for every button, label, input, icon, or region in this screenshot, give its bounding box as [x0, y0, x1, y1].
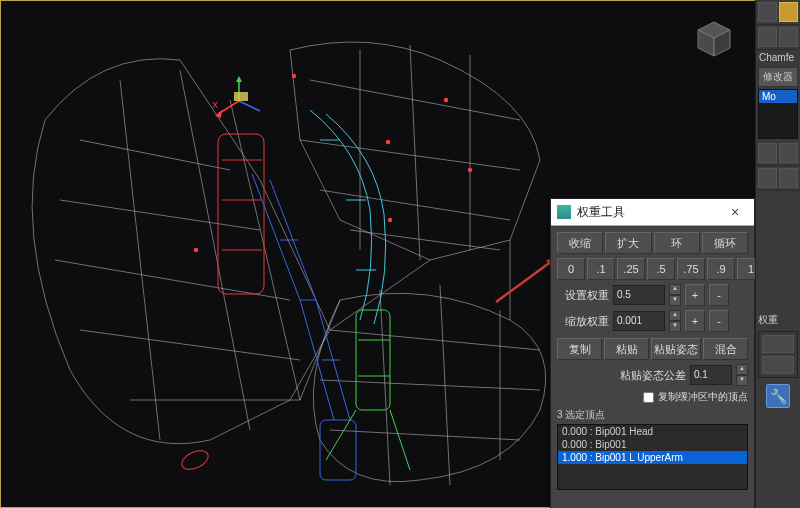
- command-panel[interactable]: Chamfe 修改器 Mo 权重 🔧: [755, 0, 800, 508]
- close-button[interactable]: ×: [722, 204, 748, 220]
- svg-rect-0: [218, 134, 264, 294]
- svg-marker-11: [215, 110, 222, 118]
- copy-buffer-label: 复制缓冲区中的顶点: [658, 390, 748, 404]
- svg-rect-16: [234, 92, 248, 101]
- paste-tol-label: 粘贴姿态公差: [620, 368, 686, 383]
- tab-modify[interactable]: [779, 2, 798, 22]
- paste-tol-field[interactable]: 0.1: [690, 365, 732, 385]
- preset-0[interactable]: 0: [557, 258, 585, 280]
- dialog-body: 收缩 扩大 环 循环 0 .1 .25 .5 .75 .9 1 设置权重 0.5…: [551, 226, 754, 496]
- rollout-body: [758, 331, 798, 378]
- tab-create[interactable]: [758, 2, 777, 22]
- vert-row[interactable]: 0.000 : Bip001 Head: [558, 425, 747, 438]
- rollout-label: 权重: [756, 311, 800, 329]
- rollout-btn-2[interactable]: [762, 356, 794, 374]
- svg-point-4: [292, 74, 296, 78]
- preset-05[interactable]: .5: [647, 258, 675, 280]
- shrink-button[interactable]: 收缩: [557, 232, 603, 254]
- selected-verts-label: 3 选定顶点: [557, 408, 748, 422]
- panel-tabs[interactable]: [756, 0, 800, 25]
- svg-line-10: [218, 101, 239, 114]
- rollout-btn-1[interactable]: [762, 335, 794, 353]
- preset-075[interactable]: .75: [677, 258, 705, 280]
- modifier-stack[interactable]: Mo: [758, 89, 798, 139]
- preset-01[interactable]: .1: [587, 258, 615, 280]
- stack-btn-4[interactable]: [779, 168, 798, 188]
- set-weight-spinner[interactable]: ▲▼: [669, 284, 681, 306]
- svg-point-8: [388, 218, 392, 222]
- paste-pose-button[interactable]: 粘贴姿态: [651, 338, 701, 360]
- scale-weight-minus[interactable]: -: [709, 310, 729, 332]
- paste-tol-spinner[interactable]: ▲▼: [736, 364, 748, 386]
- axis-gizmo[interactable]: X: [212, 74, 266, 128]
- stack-btn-3[interactable]: [758, 168, 777, 188]
- copy-buffer-checkbox[interactable]: [643, 392, 654, 403]
- set-weight-plus[interactable]: +: [685, 284, 705, 306]
- svg-point-5: [444, 98, 448, 102]
- vertex-list[interactable]: 0.000 : Bip001 Head 0.000 : Bip001 1.000…: [557, 424, 748, 490]
- tab-motion[interactable]: [779, 27, 798, 47]
- scale-weight-spinner[interactable]: ▲▼: [669, 310, 681, 332]
- scale-weight-label: 缩放权重: [557, 314, 609, 329]
- set-weight-field[interactable]: 0.5: [613, 285, 665, 305]
- tab-hierarchy[interactable]: [758, 27, 777, 47]
- dialog-titlebar[interactable]: 权重工具 ×: [551, 199, 754, 226]
- modifier-name: Chamfe: [756, 50, 800, 65]
- preset-025[interactable]: .25: [617, 258, 645, 280]
- grow-button[interactable]: 扩大: [605, 232, 651, 254]
- viewcube[interactable]: [690, 16, 738, 64]
- loop-button[interactable]: 循环: [702, 232, 748, 254]
- modifier-item[interactable]: Mo: [759, 90, 797, 103]
- copy-button[interactable]: 复制: [557, 338, 602, 360]
- svg-point-6: [468, 168, 472, 172]
- svg-point-7: [386, 140, 390, 144]
- app-icon: [557, 205, 571, 219]
- vert-row[interactable]: 0.000 : Bip001: [558, 438, 747, 451]
- svg-point-1: [179, 447, 211, 473]
- svg-line-15: [239, 101, 260, 111]
- scale-weight-plus[interactable]: +: [685, 310, 705, 332]
- paste-button[interactable]: 粘贴: [604, 338, 649, 360]
- svg-rect-2: [320, 420, 356, 480]
- modifier-dropdown[interactable]: 修改器: [758, 67, 798, 87]
- ring-button[interactable]: 环: [654, 232, 700, 254]
- dialog-title: 权重工具: [577, 204, 722, 221]
- preset-09[interactable]: .9: [707, 258, 735, 280]
- svg-rect-3: [356, 310, 390, 410]
- wrench-icon[interactable]: 🔧: [766, 384, 790, 408]
- svg-point-9: [194, 248, 198, 252]
- svg-marker-14: [236, 76, 242, 82]
- set-weight-label: 设置权重: [557, 288, 609, 303]
- stack-btn-2[interactable]: [779, 143, 798, 163]
- blend-button[interactable]: 混合: [703, 338, 748, 360]
- set-weight-minus[interactable]: -: [709, 284, 729, 306]
- stack-btn-1[interactable]: [758, 143, 777, 163]
- svg-text:X: X: [212, 100, 218, 110]
- weight-tool-dialog[interactable]: 权重工具 × 收缩 扩大 环 循环 0 .1 .25 .5 .75 .9 1 设…: [550, 198, 755, 508]
- vert-row-selected[interactable]: 1.000 : Bip001 L UpperArm: [558, 451, 747, 464]
- scale-weight-field[interactable]: 0.001: [613, 311, 665, 331]
